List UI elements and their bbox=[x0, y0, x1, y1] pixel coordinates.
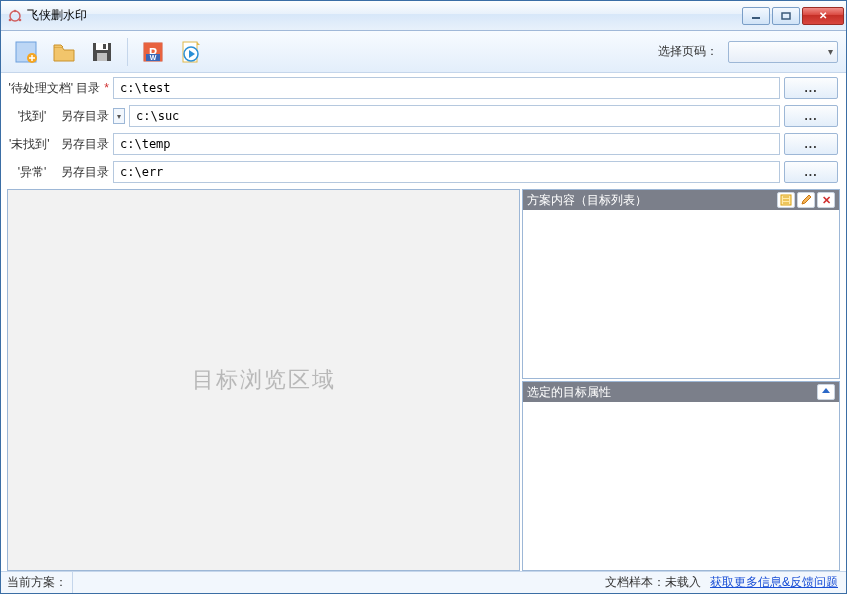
found-label: '找到' 另存目录 bbox=[9, 108, 109, 125]
run-button[interactable] bbox=[174, 35, 208, 69]
status-sample-value: 未载入 bbox=[665, 575, 701, 589]
found-dropdown-icon[interactable]: ▾ bbox=[113, 108, 125, 124]
pending-label: '待处理文档' 目录* bbox=[9, 80, 109, 97]
svg-point-2 bbox=[9, 18, 12, 21]
svg-point-0 bbox=[10, 11, 20, 21]
powerpoint-button[interactable]: PW bbox=[136, 35, 170, 69]
pending-input[interactable] bbox=[113, 77, 780, 99]
targets-panel-body bbox=[523, 210, 839, 378]
error-browse-button[interactable]: ... bbox=[784, 161, 838, 183]
props-panel-header: 选定的目标属性 bbox=[523, 382, 839, 402]
row-notfound: '未找到' 另存目录 ... bbox=[9, 133, 838, 155]
open-button[interactable] bbox=[47, 35, 81, 69]
svg-rect-4 bbox=[752, 17, 760, 19]
svg-point-3 bbox=[19, 18, 22, 21]
found-input[interactable] bbox=[129, 105, 780, 127]
svg-text:W: W bbox=[150, 54, 157, 61]
toolbar-separator bbox=[127, 38, 128, 66]
found-browse-button[interactable]: ... bbox=[784, 105, 838, 127]
right-pane: 方案内容（目标列表） ✕ 选定的目标属性 bbox=[522, 189, 840, 571]
minimize-button[interactable] bbox=[742, 7, 770, 25]
svg-rect-10 bbox=[97, 53, 107, 61]
titlebar: 飞侠删水印 ✕ bbox=[1, 1, 846, 31]
props-panel: 选定的目标属性 bbox=[522, 381, 840, 571]
delete-button[interactable]: ✕ bbox=[817, 192, 835, 208]
error-label: '异常' 另存目录 bbox=[9, 164, 109, 181]
svg-rect-9 bbox=[96, 43, 108, 50]
svg-rect-5 bbox=[782, 13, 790, 19]
svg-point-1 bbox=[14, 9, 17, 12]
row-found: '找到' 另存目录 ▾ ... bbox=[9, 105, 838, 127]
status-sample-label: 文档样本： bbox=[605, 575, 665, 589]
app-window: 飞侠删水印 ✕ PW 选择页码： '待处理文档' 目录* ... bbox=[0, 0, 847, 594]
preview-pane: 目标浏览区域 bbox=[7, 189, 520, 571]
page-select[interactable] bbox=[728, 41, 838, 63]
collapse-button[interactable] bbox=[817, 384, 835, 400]
notfound-browse-button[interactable]: ... bbox=[784, 133, 838, 155]
notfound-label: '未找到' 另存目录 bbox=[9, 136, 109, 153]
window-controls: ✕ bbox=[742, 7, 846, 25]
app-title: 飞侠删水印 bbox=[27, 7, 87, 24]
toolbar: PW 选择页码： bbox=[1, 31, 846, 73]
maximize-button[interactable] bbox=[772, 7, 800, 25]
edit-button[interactable] bbox=[797, 192, 815, 208]
page-select-label: 选择页码： bbox=[658, 43, 718, 60]
targets-panel-header: 方案内容（目标列表） ✕ bbox=[523, 190, 839, 210]
targets-panel: 方案内容（目标列表） ✕ bbox=[522, 189, 840, 379]
main-area: 目标浏览区域 方案内容（目标列表） ✕ 选定的目标属性 bbox=[1, 185, 846, 571]
notfound-input[interactable] bbox=[113, 133, 780, 155]
props-panel-title: 选定的目标属性 bbox=[527, 384, 815, 401]
props-panel-body bbox=[523, 402, 839, 570]
list-button[interactable] bbox=[777, 192, 795, 208]
directory-rows: '待处理文档' 目录* ... '找到' 另存目录 ▾ ... '未找到' 另存… bbox=[1, 73, 846, 185]
status-current-plan-label: 当前方案： bbox=[1, 572, 73, 593]
targets-panel-title: 方案内容（目标列表） bbox=[527, 192, 775, 209]
status-bar: 当前方案： 文档样本：未载入 获取更多信息&反馈问题 bbox=[1, 571, 846, 593]
close-button[interactable]: ✕ bbox=[802, 7, 844, 25]
svg-rect-11 bbox=[103, 44, 106, 49]
error-input[interactable] bbox=[113, 161, 780, 183]
pending-browse-button[interactable]: ... bbox=[784, 77, 838, 99]
new-button[interactable] bbox=[9, 35, 43, 69]
app-icon bbox=[7, 8, 23, 24]
row-pending: '待处理文档' 目录* ... bbox=[9, 77, 838, 99]
save-button[interactable] bbox=[85, 35, 119, 69]
status-right: 文档样本：未载入 获取更多信息&反馈问题 bbox=[605, 574, 846, 591]
row-error: '异常' 另存目录 ... bbox=[9, 161, 838, 183]
preview-placeholder: 目标浏览区域 bbox=[192, 365, 336, 395]
feedback-link[interactable]: 获取更多信息&反馈问题 bbox=[710, 575, 838, 589]
